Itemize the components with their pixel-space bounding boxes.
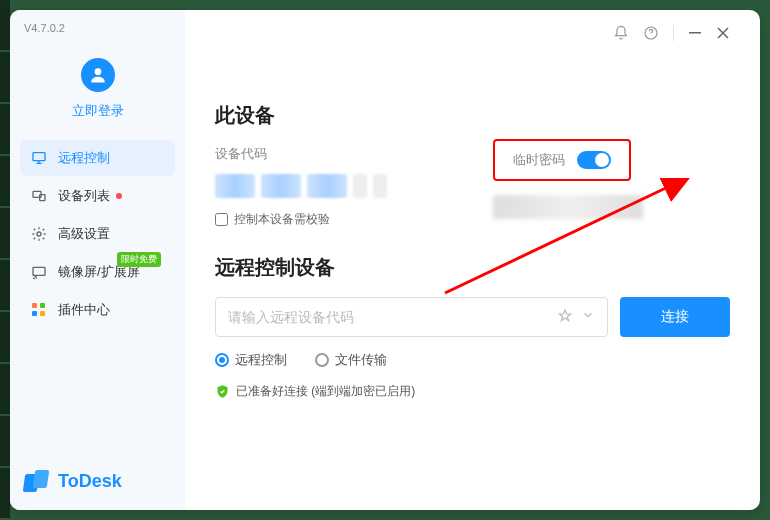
logo-text: ToDesk bbox=[58, 471, 122, 492]
nav-device-list[interactable]: 设备列表 bbox=[20, 178, 175, 214]
remote-title: 远程控制设备 bbox=[215, 254, 730, 281]
titlebar bbox=[215, 20, 730, 46]
minimize-button[interactable] bbox=[688, 26, 702, 40]
svg-point-0 bbox=[94, 68, 101, 75]
device-code-label: 设备代码 bbox=[215, 145, 453, 163]
content: 此设备 设备代码 控制本设备需校验 bbox=[215, 46, 730, 400]
cast-icon bbox=[30, 263, 48, 281]
nav-mirror-extend[interactable]: 限时免费 镜像屏/扩展屏 bbox=[20, 254, 175, 290]
main-content: 此设备 设备代码 控制本设备需校验 bbox=[185, 10, 760, 510]
nav-plugin-center[interactable]: 插件中心 bbox=[20, 292, 175, 328]
remote-section: 远程控制设备 连接 远程控制 bbox=[215, 254, 730, 400]
star-icon[interactable] bbox=[557, 308, 573, 327]
bell-icon[interactable] bbox=[613, 25, 629, 41]
sidebar: V4.7.0.2 立即登录 远程控制 设备列表 高级设置 限时免费 bbox=[10, 10, 185, 510]
devices-icon bbox=[30, 187, 48, 205]
remote-code-input-wrapper bbox=[215, 297, 608, 337]
temp-password-highlight: 临时密码 bbox=[493, 139, 631, 181]
nav-label: 远程控制 bbox=[58, 149, 110, 167]
logo: ToDesk bbox=[10, 452, 185, 510]
shield-check-icon bbox=[215, 384, 230, 399]
promo-badge: 限时免费 bbox=[117, 252, 161, 267]
status-row: 已准备好连接 (端到端加密已启用) bbox=[215, 383, 730, 400]
nav-remote-control[interactable]: 远程控制 bbox=[20, 140, 175, 176]
temp-password-label: 临时密码 bbox=[513, 151, 565, 169]
app-window: V4.7.0.2 立即登录 远程控制 设备列表 高级设置 限时免费 bbox=[10, 10, 760, 510]
svg-rect-1 bbox=[33, 153, 45, 161]
radio-label: 文件传输 bbox=[335, 351, 387, 369]
radio-icon bbox=[215, 353, 229, 367]
monitor-icon bbox=[30, 149, 48, 167]
nav-label: 插件中心 bbox=[58, 301, 110, 319]
plugin-icon bbox=[30, 301, 48, 319]
avatar[interactable] bbox=[81, 58, 115, 92]
device-code-value bbox=[215, 171, 453, 201]
this-device-title: 此设备 bbox=[215, 102, 730, 129]
connect-button[interactable]: 连接 bbox=[620, 297, 730, 337]
verify-checkbox[interactable] bbox=[215, 213, 228, 226]
remote-code-input[interactable] bbox=[228, 309, 557, 325]
verify-checkbox-row[interactable]: 控制本设备需校验 bbox=[215, 211, 453, 228]
temp-password-value bbox=[493, 195, 643, 219]
nav-label: 设备列表 bbox=[58, 187, 110, 205]
status-text: 已准备好连接 (端到端加密已启用) bbox=[236, 383, 415, 400]
radio-icon bbox=[315, 353, 329, 367]
radio-remote-control[interactable]: 远程控制 bbox=[215, 351, 287, 369]
radio-file-transfer[interactable]: 文件传输 bbox=[315, 351, 387, 369]
help-icon[interactable] bbox=[643, 25, 659, 41]
radio-label: 远程控制 bbox=[235, 351, 287, 369]
user-section: 立即登录 bbox=[10, 42, 185, 140]
nav: 远程控制 设备列表 高级设置 限时免费 镜像屏/扩展屏 插件中心 bbox=[10, 140, 185, 328]
temp-password-toggle[interactable] bbox=[577, 151, 611, 169]
divider bbox=[673, 25, 674, 41]
svg-rect-7 bbox=[689, 32, 701, 34]
chevron-down-icon[interactable] bbox=[581, 308, 595, 327]
version-label: V4.7.0.2 bbox=[10, 22, 185, 42]
login-link[interactable]: 立即登录 bbox=[72, 102, 124, 120]
desktop-edge bbox=[0, 0, 10, 520]
nav-advanced-settings[interactable]: 高级设置 bbox=[20, 216, 175, 252]
logo-mark-icon bbox=[24, 470, 52, 492]
svg-point-4 bbox=[37, 232, 41, 236]
gear-icon bbox=[30, 225, 48, 243]
svg-rect-5 bbox=[33, 267, 45, 275]
nav-label: 高级设置 bbox=[58, 225, 110, 243]
temp-password-section: 临时密码 bbox=[493, 145, 731, 219]
device-code-section: 设备代码 控制本设备需校验 bbox=[215, 145, 453, 228]
user-icon bbox=[88, 65, 108, 85]
verify-checkbox-label: 控制本设备需校验 bbox=[234, 211, 330, 228]
notification-dot bbox=[116, 193, 122, 199]
close-button[interactable] bbox=[716, 26, 730, 40]
